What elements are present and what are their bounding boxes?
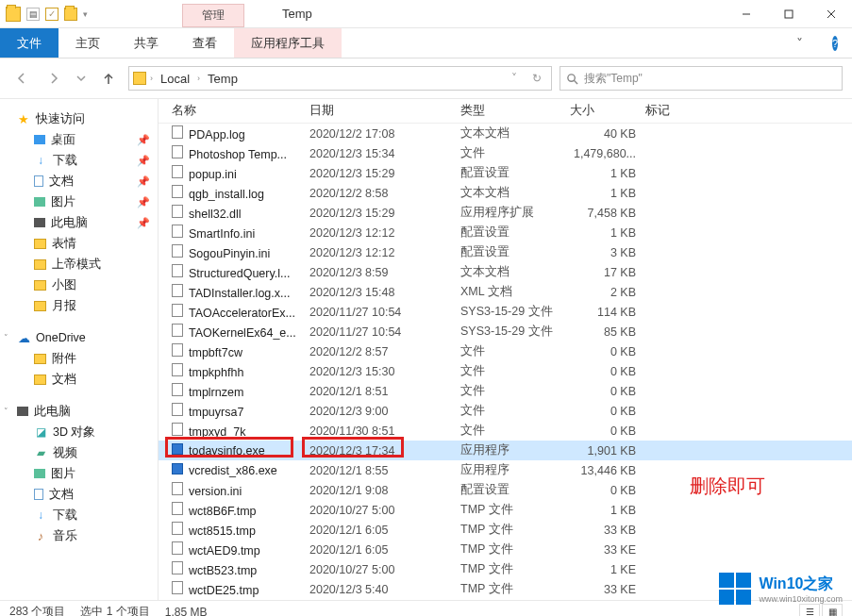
- file-name: StructuredQuery.l...: [168, 264, 309, 280]
- file-row[interactable]: TAOAcceleratorEx...2020/11/27 10:54SYS3-…: [159, 302, 852, 322]
- file-row[interactable]: TADInstaller.log.x...2020/12/3 15:48XML …: [159, 282, 852, 302]
- sidebar-onedrive[interactable]: ˅☁OneDrive: [0, 327, 158, 348]
- file-name: shell32.dll: [168, 205, 309, 221]
- forward-button[interactable]: [42, 66, 66, 91]
- file-row[interactable]: SmartInfo.ini2020/12/3 12:12配置设置1 KB: [159, 223, 852, 242]
- col-tag[interactable]: 标记: [645, 103, 702, 119]
- qat-check-icon[interactable]: ✓: [45, 8, 58, 21]
- back-button[interactable]: [9, 66, 34, 91]
- up-button[interactable]: [96, 66, 121, 91]
- close-button[interactable]: [810, 1, 852, 27]
- search-input[interactable]: 搜索"Temp": [560, 66, 843, 91]
- file-row[interactable]: tmplrnzem2020/12/1 8:51文件0 KB: [159, 381, 852, 401]
- svg-line-6: [574, 80, 577, 84]
- chevron-right-icon[interactable]: ›: [150, 74, 153, 83]
- picture-icon: [34, 469, 45, 478]
- sidebar-documents[interactable]: 文档📌: [0, 171, 158, 191]
- file-name: wctAED9.tmp: [168, 541, 309, 558]
- caret-icon[interactable]: ˅: [4, 407, 8, 416]
- folder-icon: [6, 7, 21, 22]
- file-icon: [172, 443, 183, 455]
- sidebar-emo[interactable]: 表情: [0, 233, 158, 254]
- sidebar-downloads[interactable]: ↓下载📌: [0, 150, 158, 171]
- tab-context-apptools[interactable]: 应用程序工具: [234, 28, 342, 58]
- file-size: 1 KB: [570, 504, 645, 517]
- qat-props-icon[interactable]: ▤: [26, 8, 40, 21]
- col-size[interactable]: 大小: [570, 103, 645, 119]
- sidebar-wendang2[interactable]: 文档: [0, 369, 158, 390]
- sidebar-thispc[interactable]: 此电脑📌: [0, 212, 158, 233]
- file-row[interactable]: tmpkphfhh2020/12/3 15:30文件0 KB: [159, 361, 852, 381]
- file-row[interactable]: tmpuyrsa72020/12/3 9:00文件0 KB: [159, 401, 852, 421]
- sidebar-downloads2[interactable]: ↓下载: [0, 505, 158, 525]
- file-row[interactable]: popup.ini2020/12/3 15:29配置设置1 KB: [159, 163, 852, 183]
- status-count: 283 个项目: [9, 604, 65, 616]
- sidebar-3d[interactable]: ◪3D 对象: [0, 422, 158, 442]
- view-details-button[interactable]: ☰: [799, 604, 820, 617]
- sidebar-quick-access[interactable]: ★快速访问: [0, 108, 158, 129]
- maximize-button[interactable]: [767, 1, 810, 27]
- recent-dropdown[interactable]: [74, 66, 89, 91]
- col-date[interactable]: 日期: [309, 103, 460, 119]
- file-row[interactable]: wctAED9.tmp2020/12/1 6:05TMP 文件33 KE: [159, 540, 852, 559]
- file-row[interactable]: tmpxyd_7k2020/11/30 8:51文件0 KB: [159, 421, 852, 441]
- history-dropdown[interactable]: ˅: [504, 66, 525, 91]
- file-size: 0 KB: [570, 345, 645, 358]
- col-name[interactable]: 名称: [168, 103, 309, 119]
- caret-icon[interactable]: ˅: [4, 333, 8, 342]
- tab-view[interactable]: 查看: [175, 28, 234, 58]
- file-date: 2020/12/3 15:29: [309, 207, 460, 220]
- file-size: 3 KB: [570, 246, 645, 259]
- pin-icon: 📌: [137, 134, 150, 146]
- file-row[interactable]: TAOKernelEx64_e...2020/11/27 10:54SYS3-1…: [159, 322, 852, 341]
- sidebar-pictures2[interactable]: 图片: [0, 463, 158, 484]
- file-type: 应用程序扩展: [460, 205, 570, 221]
- breadcrumb[interactable]: › Local › Temp ˅ ↻: [128, 66, 552, 91]
- sidebar-xiaotu[interactable]: 小图: [0, 275, 158, 295]
- file-row[interactable]: PDApp.log2020/12/2 17:08文本文档40 KB: [159, 124, 852, 143]
- file-row[interactable]: shell32.dll2020/12/3 15:29应用程序扩展7,458 KB: [159, 203, 852, 223]
- file-row[interactable]: Photoshop Temp...2020/12/3 15:34文件1,479,…: [159, 143, 852, 163]
- file-size: 0 KB: [570, 405, 645, 418]
- svg-point-5: [568, 74, 575, 80]
- refresh-button[interactable]: ↻: [526, 66, 547, 91]
- file-row[interactable]: tmpbft7cw2020/12/2 8:57文件0 KB: [159, 341, 852, 361]
- qat-folder-icon[interactable]: [64, 8, 77, 21]
- file-row[interactable]: wct8B6F.tmp2020/10/27 5:00TMP 文件1 KB: [159, 500, 852, 520]
- file-icon: [172, 502, 183, 515]
- file-row[interactable]: StructuredQuery.l...2020/12/3 8:59文本文档17…: [159, 262, 852, 282]
- file-name: SogouPinyin.ini: [168, 244, 309, 260]
- file-list: PDApp.log2020/12/2 17:08文本文档40 KBPhotosh…: [159, 124, 852, 599]
- view-icons-button[interactable]: ▦: [822, 604, 843, 617]
- minimize-button[interactable]: [725, 1, 767, 27]
- sidebar-desktop[interactable]: 桌面📌: [0, 129, 158, 150]
- help-button[interactable]: ?: [818, 28, 852, 58]
- sidebar-documents2[interactable]: 文档: [0, 484, 158, 505]
- file-row[interactable]: SogouPinyin.ini2020/12/3 12:12配置设置3 KB: [159, 242, 852, 262]
- file-row[interactable]: todaysinfo.exe2020/12/3 17:34应用程序1,901 K…: [159, 441, 852, 460]
- file-size: 1 KB: [570, 167, 645, 180]
- file-row[interactable]: wct8515.tmp2020/12/1 6:05TMP 文件33 KB: [159, 520, 852, 540]
- col-type[interactable]: 类型: [460, 103, 570, 119]
- sidebar-yuebao[interactable]: 月报: [0, 295, 158, 316]
- file-size: 1,479,680...: [570, 147, 645, 160]
- crumb-temp[interactable]: Temp: [204, 72, 242, 86]
- sidebar-thispc2[interactable]: ˅此电脑: [0, 401, 158, 422]
- sidebar-video[interactable]: ▰视频: [0, 442, 158, 463]
- sidebar-godmode[interactable]: 上帝模式: [0, 254, 158, 275]
- tab-share[interactable]: 共享: [117, 28, 175, 58]
- ribbon-supertab-manage[interactable]: 管理: [182, 4, 244, 27]
- sidebar-pictures[interactable]: 图片📌: [0, 191, 158, 212]
- file-size: 40 KB: [570, 127, 645, 141]
- file-row[interactable]: qgb_install.log2020/12/2 8:58文本文档1 KB: [159, 183, 852, 203]
- sidebar-music[interactable]: ♪音乐: [0, 525, 158, 546]
- ribbon-expand-button[interactable]: ˅: [780, 28, 818, 58]
- chevron-right-icon[interactable]: ›: [197, 74, 200, 83]
- crumb-local[interactable]: Local: [157, 72, 193, 86]
- column-headers: 名称 日期 类型 大小 标记: [159, 99, 852, 124]
- tab-home[interactable]: 主页: [58, 28, 117, 58]
- file-name: SmartInfo.ini: [168, 225, 309, 241]
- tab-file[interactable]: 文件: [0, 28, 58, 58]
- file-date: 2020/12/3 15:30: [309, 365, 460, 378]
- sidebar-fujian[interactable]: 附件: [0, 348, 158, 369]
